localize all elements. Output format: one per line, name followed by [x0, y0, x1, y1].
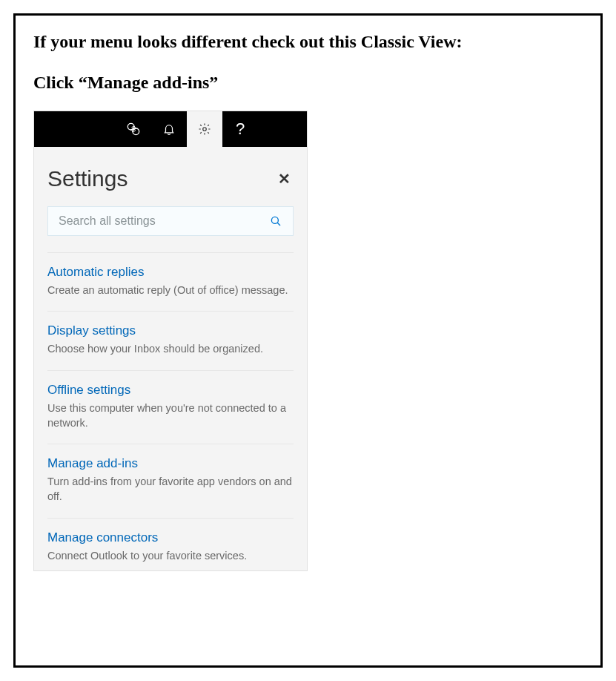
close-icon: ✕	[278, 171, 291, 187]
topbar: ?	[34, 111, 307, 147]
doc-heading: If your menu looks different check out t…	[33, 32, 583, 52]
setting-desc: Turn add-ins from your favorite app vend…	[47, 474, 294, 504]
settings-screenshot: ? Settings ✕ Search all settings	[33, 111, 308, 571]
help-button[interactable]: ?	[222, 111, 258, 147]
setting-desc: Choose how your Inbox should be organize…	[47, 341, 294, 356]
close-button[interactable]: ✕	[275, 167, 294, 191]
search-placeholder: Search all settings	[59, 214, 156, 228]
setting-desc: Create an automatic reply (Out of office…	[47, 283, 294, 297]
svg-line-4	[277, 223, 280, 226]
setting-automatic-replies[interactable]: Automatic replies Create an automatic re…	[47, 252, 294, 311]
notifications-button[interactable]	[151, 111, 187, 147]
setting-manage-add-ins[interactable]: Manage add-ins Turn add-ins from your fa…	[47, 444, 294, 518]
setting-title: Automatic replies	[47, 265, 294, 280]
search-icon	[269, 214, 282, 228]
setting-desc: Use this computer when you're not connec…	[47, 401, 294, 431]
setting-title: Offline settings	[47, 383, 294, 398]
panel-header: Settings ✕	[47, 166, 294, 191]
setting-desc: Connect Outlook to your favorite service…	[47, 548, 294, 563]
gear-icon	[198, 122, 211, 136]
setting-title: Display settings	[47, 323, 294, 338]
panel-title: Settings	[47, 166, 127, 191]
settings-panel: Settings ✕ Search all settings Automatic…	[34, 147, 307, 570]
doc-subheading: Click “Manage add-ins”	[33, 73, 583, 93]
setting-display-settings[interactable]: Display settings Choose how your Inbox s…	[47, 311, 294, 369]
svg-point-2	[203, 128, 207, 131]
question-icon: ?	[236, 119, 245, 139]
setting-title: Manage add-ins	[47, 456, 294, 471]
svg-point-3	[271, 217, 278, 223]
setting-offline-settings[interactable]: Offline settings Use this computer when …	[47, 370, 294, 444]
search-input[interactable]: Search all settings	[47, 206, 294, 236]
skype-icon	[126, 122, 141, 136]
bell-icon	[162, 122, 176, 136]
setting-title: Manage connectors	[47, 530, 294, 545]
setting-manage-connectors[interactable]: Manage connectors Connect Outlook to you…	[47, 518, 294, 570]
skype-button[interactable]	[116, 111, 151, 147]
settings-button[interactable]	[187, 111, 222, 147]
document-frame: If your menu looks different check out t…	[13, 13, 603, 668]
